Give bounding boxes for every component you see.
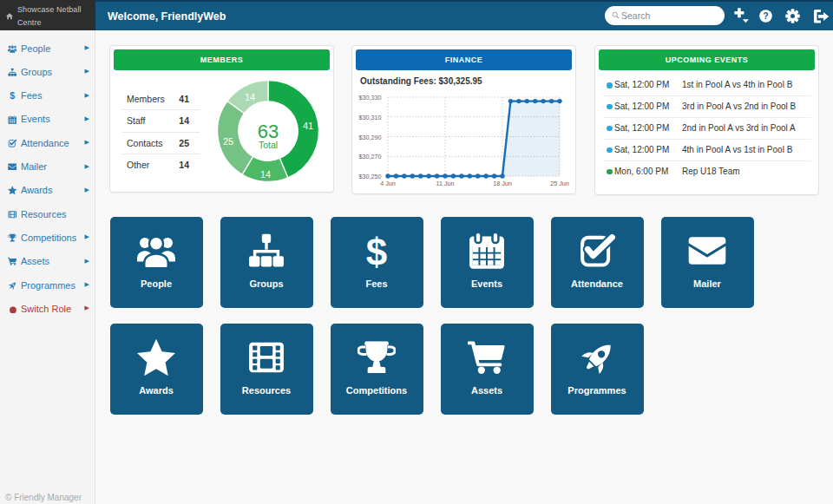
svg-text:25 Jun: 25 Jun (550, 180, 569, 187)
svg-text:$30,330: $30,330 (359, 94, 382, 101)
svg-text:Total: Total (259, 140, 278, 150)
svg-text:41: 41 (303, 121, 313, 131)
svg-text:$30,290: $30,290 (359, 134, 382, 141)
svg-text:63: 63 (258, 121, 279, 142)
svg-text:25: 25 (223, 136, 233, 147)
svg-text:11 Jun: 11 Jun (436, 180, 454, 187)
svg-text:14: 14 (260, 169, 271, 180)
svg-text:$30,310: $30,310 (359, 114, 382, 121)
svg-text:14: 14 (245, 92, 255, 102)
svg-text:$30,270: $30,270 (359, 153, 382, 160)
svg-text:4 Jun: 4 Jun (380, 180, 396, 187)
svg-text:$30,250: $30,250 (359, 173, 382, 180)
svg-text:18 Jun: 18 Jun (493, 180, 512, 187)
svg-text:?: ? (763, 10, 768, 21)
